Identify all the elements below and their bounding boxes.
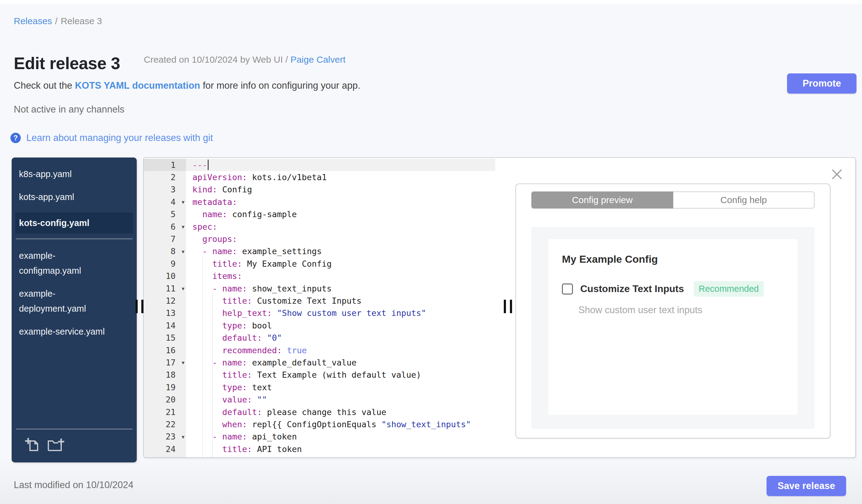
line-number: 15 <box>144 332 186 344</box>
page-title: Edit release 3 <box>14 54 120 73</box>
preview-resize-handle[interactable] <box>504 300 506 313</box>
question-circle-icon[interactable]: ? <box>10 133 21 143</box>
line-number: 24 <box>144 443 186 455</box>
code-editor[interactable]: 1---2apiVersion: kots.io/v1beta13kind: C… <box>144 158 495 457</box>
code-line-2[interactable]: 2apiVersion: kots.io/v1beta1 <box>144 171 495 183</box>
code-line-content: apiVersion: kots.io/v1beta1 <box>186 171 495 183</box>
sidebar-resize-handle[interactable] <box>141 300 143 313</box>
file-name-line: deployment.yaml <box>19 301 137 316</box>
line-number: 5 <box>144 208 186 221</box>
tab-config-preview[interactable]: Config preview <box>531 191 673 209</box>
code-line-content: title: My Example Config <box>186 257 495 270</box>
file-name-line: example- <box>19 248 137 263</box>
line-number: 14 <box>144 319 186 332</box>
code-line-content: when: repl{{ ConfigOptionEquals "show_te… <box>186 418 495 430</box>
code-line-content: kind: Config <box>186 184 495 196</box>
chevron-down-icon[interactable]: ▾ <box>182 359 184 366</box>
code-line-content: - name: show_text_inputs <box>186 282 495 294</box>
code-line-6[interactable]: 6▾spec: <box>144 221 495 233</box>
created-text: Created on 10/10/2024 by Web UI / <box>144 54 288 65</box>
line-number: 13 <box>144 307 186 319</box>
author-link[interactable]: Paige Calvert <box>290 54 345 65</box>
code-line-5[interactable]: 5 name: config-sample <box>144 208 495 221</box>
code-line-21[interactable]: 21 default: please change this value <box>144 406 495 418</box>
sidebar-item-kots-config.yaml[interactable]: kots-config.yaml <box>15 213 133 234</box>
line-number: 3 <box>144 184 186 196</box>
customize-text-inputs-checkbox[interactable] <box>562 283 573 294</box>
chevron-down-icon[interactable]: ▾ <box>182 199 184 205</box>
chevron-down-icon[interactable]: ▾ <box>182 248 184 254</box>
line-number: 19 <box>144 381 186 393</box>
chevron-down-icon[interactable]: ▾ <box>182 285 184 292</box>
code-line-24[interactable]: 24 title: API token <box>144 443 495 455</box>
code-line-4[interactable]: 4▾metadata: <box>144 196 495 208</box>
sidebar-item-example-deployment.yaml[interactable]: example-deployment.yaml <box>12 286 137 316</box>
file-name-line: kots-app.yaml <box>19 190 137 204</box>
preview-resize-handle[interactable] <box>510 300 512 313</box>
code-line-10[interactable]: 10 items: <box>144 270 495 282</box>
file-list: k8s-app.yamlkots-app.yamlkots-config.yam… <box>12 167 137 339</box>
line-number: 8▾ <box>144 245 186 257</box>
git-help-row: ? Learn about managing your releases wit… <box>10 132 213 143</box>
config-group-title: My Example Config <box>562 253 784 265</box>
close-icon[interactable] <box>831 168 843 181</box>
config-item-label: Customize Text Inputs <box>580 283 684 294</box>
code-line-11[interactable]: 11▾ - name: show_text_inputs <box>144 282 495 294</box>
kots-yaml-doc-link[interactable]: KOTS YAML documentation <box>75 80 200 91</box>
code-line-16[interactable]: 16 recommended: true <box>144 344 495 356</box>
breadcrumb-releases-link[interactable]: Releases <box>14 16 52 26</box>
code-line-13[interactable]: 13 help_text: "Show custom user text inp… <box>144 307 495 319</box>
code-line-content: title: Customize Text Inputs <box>186 294 495 307</box>
git-releases-link[interactable]: Learn about managing your releases with … <box>26 132 213 143</box>
code-line-content: default: please change this value <box>186 406 495 418</box>
created-info: Created on 10/10/2024 by Web UI /Paige C… <box>144 54 346 65</box>
line-number: 7 <box>144 233 186 245</box>
code-line-content: help_text: "Show custom user text inputs… <box>186 307 495 319</box>
file-name-line: example- <box>19 286 137 301</box>
code-line-9[interactable]: 9 title: My Example Config <box>144 257 495 270</box>
indent-guide <box>212 294 213 457</box>
file-name-line: k8s-app.yaml <box>19 167 137 182</box>
code-line-content: metadata: <box>186 196 495 208</box>
code-line-8[interactable]: 8▾ - name: example_settings <box>144 245 495 257</box>
line-number: 18 <box>144 369 186 381</box>
sidebar-resize-handle[interactable] <box>135 300 138 313</box>
code-line-content: title: API token <box>186 443 495 455</box>
code-line-17[interactable]: 17▾ - name: example_default_value <box>144 356 495 369</box>
tab-config-help[interactable]: Config help <box>673 191 814 209</box>
doc-prefix: Check out the <box>14 80 75 91</box>
sidebar-item-example-service.yaml[interactable]: example-service.yaml <box>12 324 137 339</box>
code-line-12[interactable]: 12 title: Customize Text Inputs <box>144 294 495 307</box>
code-line-1[interactable]: 1--- <box>144 159 495 171</box>
line-number: 4▾ <box>144 196 186 208</box>
code-line-content: - name: api_token <box>186 430 495 443</box>
config-preview-pane: Config previewConfig help My Example Con… <box>495 158 855 457</box>
code-line-19[interactable]: 19 type: text <box>144 381 495 393</box>
code-line-7[interactable]: 7 groups: <box>144 233 495 245</box>
sidebar-item-kots-app.yaml[interactable]: kots-app.yaml <box>12 190 137 204</box>
config-group-card: My Example Config Customize Text Inputs … <box>548 239 797 415</box>
breadcrumb-current: Release 3 <box>61 16 102 26</box>
chevron-down-icon[interactable]: ▾ <box>182 433 184 440</box>
promote-button[interactable]: Promote <box>787 74 857 94</box>
code-line-content: - name: example_default_value <box>186 356 495 369</box>
chevron-down-icon[interactable]: ▾ <box>182 224 184 230</box>
line-number: 6▾ <box>144 221 186 233</box>
sidebar-item-k8s-app.yaml[interactable]: k8s-app.yaml <box>12 167 137 182</box>
code-line-25[interactable]: 25 type: password <box>144 455 495 457</box>
line-number: 10 <box>144 270 186 282</box>
code-line-23[interactable]: 23▾ - name: api_token <box>144 430 495 443</box>
save-release-button[interactable]: Save release <box>767 476 846 496</box>
code-line-14[interactable]: 14 type: bool <box>144 319 495 332</box>
line-number: 11▾ <box>144 282 186 294</box>
new-folder-icon[interactable] <box>47 437 65 453</box>
line-number: 23▾ <box>144 430 186 443</box>
sidebar-item-example-configmap.yaml[interactable]: example-configmap.yaml <box>12 248 137 278</box>
preview-body: My Example Config Customize Text Inputs … <box>531 227 814 429</box>
new-file-icon[interactable] <box>25 437 40 453</box>
code-line-18[interactable]: 18 title: Text Example (with default val… <box>144 369 495 381</box>
code-line-22[interactable]: 22 when: repl{{ ConfigOptionEquals "show… <box>144 418 495 430</box>
code-line-15[interactable]: 15 default: "0" <box>144 332 495 344</box>
code-line-3[interactable]: 3kind: Config <box>144 184 495 196</box>
code-line-20[interactable]: 20 value: "" <box>144 393 495 406</box>
